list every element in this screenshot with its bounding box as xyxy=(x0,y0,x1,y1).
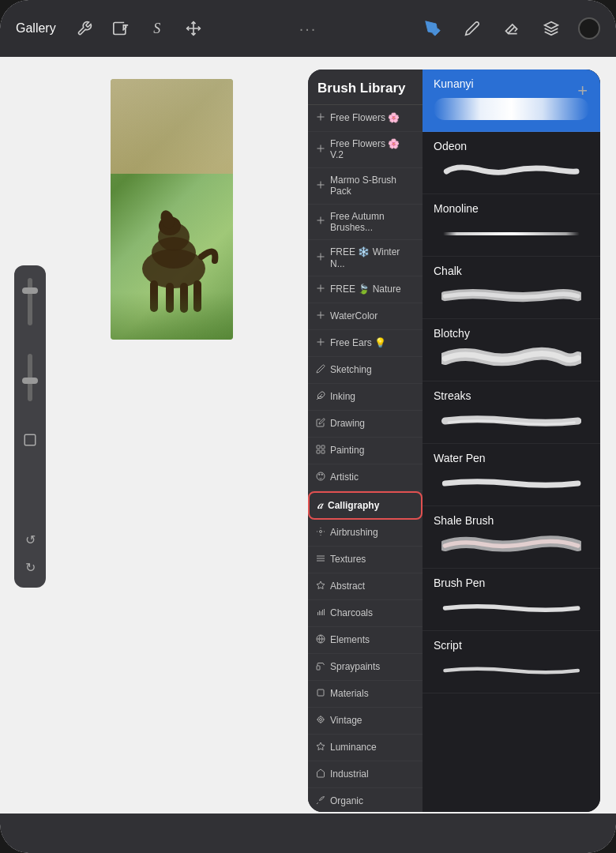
category-painting[interactable]: Painting xyxy=(308,438,423,464)
layers-icon[interactable] xyxy=(539,16,564,41)
category-abstract[interactable]: Abstract xyxy=(308,573,423,600)
category-label: Spraypaints xyxy=(330,661,380,672)
redo-icon[interactable]: ↻ xyxy=(22,557,39,578)
brush-item-shale-brush[interactable]: Shale Brush xyxy=(423,506,600,569)
category-calligraphy[interactable]: 𝒂 Calligraphy xyxy=(308,491,423,520)
eraser-icon[interactable] xyxy=(499,16,524,41)
brush-item-blotchy[interactable]: Blotchy xyxy=(423,319,600,381)
brush-item-streaks[interactable]: Streaks xyxy=(423,381,600,444)
category-free-winter[interactable]: FREE ❄️ Winter N... xyxy=(308,240,423,276)
brush-item-script[interactable]: Script xyxy=(423,631,600,693)
active-pen-icon[interactable] xyxy=(420,16,445,41)
category-label: Drawing xyxy=(330,418,365,429)
brush-item-kunanyi[interactable]: Kunanyi xyxy=(423,70,600,132)
category-label: Marmo S-Brush Pack xyxy=(330,175,415,197)
brush-stroke-preview xyxy=(434,220,589,248)
svg-rect-19 xyxy=(317,450,320,453)
brush-item-odeon[interactable]: Odeon xyxy=(423,132,600,194)
category-vintage[interactable]: Vintage xyxy=(308,708,423,735)
top-bar-center: ··· xyxy=(299,20,317,38)
category-label: Free Ears 💡 xyxy=(330,337,386,348)
brush-category-icon xyxy=(316,310,325,322)
svg-marker-28 xyxy=(317,581,325,589)
brush-library-panel: Brush Library Free Flowers 🌸 Free Flower… xyxy=(308,70,600,812)
bottom-bar xyxy=(0,814,616,853)
category-free-nature[interactable]: FREE 🍃 Nature xyxy=(308,276,423,303)
category-spraypaints[interactable]: Spraypaints xyxy=(308,654,423,681)
category-sketching[interactable]: Sketching xyxy=(308,357,423,384)
category-charcoals[interactable]: Charcoals xyxy=(308,600,423,627)
brush-detail-panel: + Kunanyi Odeon xyxy=(423,70,600,812)
brush-item-brush-pen[interactable]: Brush Pen xyxy=(423,569,600,631)
category-label: Calligraphy xyxy=(328,500,379,511)
more-options-icon[interactable]: ··· xyxy=(299,20,317,38)
left-sidebar: ↺ ↻ xyxy=(14,265,46,588)
category-inking[interactable]: Inking xyxy=(308,384,423,411)
category-marmo[interactable]: Marmo S-Brush Pack xyxy=(308,168,423,205)
transform-icon[interactable] xyxy=(181,16,206,41)
category-label: Luminance xyxy=(330,742,377,753)
brush-name: Streaks xyxy=(434,389,589,402)
color-picker[interactable] xyxy=(578,17,600,39)
brush-category-icon xyxy=(316,112,325,124)
size-slider[interactable] xyxy=(28,354,32,401)
category-textures[interactable]: Textures xyxy=(308,547,423,573)
category-luminance[interactable]: Luminance xyxy=(308,735,423,761)
category-industrial[interactable]: Industrial xyxy=(308,761,423,788)
brush-item-monoline[interactable]: Monoline xyxy=(423,194,600,257)
category-free-ears[interactable]: Free Ears 💡 xyxy=(308,330,423,357)
category-watercolor[interactable]: WaterColor xyxy=(308,303,423,330)
category-materials[interactable]: Materials xyxy=(308,681,423,708)
svg-point-39 xyxy=(320,719,322,721)
category-artistic[interactable]: Artistic xyxy=(308,464,423,491)
gallery-button[interactable]: Gallery xyxy=(16,21,56,36)
brush-name: Kunanyi xyxy=(434,77,589,90)
brush-stroke-preview xyxy=(434,594,589,622)
opacity-slider[interactable] xyxy=(28,278,32,325)
brush-name: Script xyxy=(434,639,589,652)
brush-name: Blotchy xyxy=(434,327,589,340)
svg-rect-17 xyxy=(317,445,320,449)
canvas-photo xyxy=(111,79,233,340)
svg-rect-20 xyxy=(321,450,325,453)
category-label: Sketching xyxy=(330,364,372,375)
category-free-autumn[interactable]: Free Autumn Brushes... xyxy=(308,205,423,241)
ipad-frame: Gallery S ··· xyxy=(0,0,616,853)
category-organic[interactable]: Organic xyxy=(308,788,423,812)
brush-item-water-pen[interactable]: Water Pen xyxy=(423,444,600,506)
pen-category-icon xyxy=(316,391,325,403)
brush-item-chalk[interactable]: Chalk xyxy=(423,257,600,319)
category-label: Inking xyxy=(330,391,355,402)
undo-icon[interactable]: ↺ xyxy=(22,529,39,551)
category-label: Materials xyxy=(330,688,369,699)
wrench-icon[interactable] xyxy=(72,16,97,41)
category-free-flowers-1[interactable]: Free Flowers 🌸 xyxy=(308,105,423,132)
category-free-flowers-2[interactable]: Free Flowers 🌸 V.2 xyxy=(308,132,423,168)
vintage-category-icon xyxy=(316,715,325,727)
category-elements[interactable]: Elements xyxy=(308,627,423,654)
paint-category-icon xyxy=(316,445,325,457)
brush-stroke-preview xyxy=(434,407,589,435)
brush-category-list: Brush Library Free Flowers 🌸 Free Flower… xyxy=(308,70,423,812)
material-category-icon xyxy=(316,688,325,700)
category-drawing[interactable]: Drawing xyxy=(308,411,423,438)
brush-stroke-preview xyxy=(434,656,589,685)
category-airbrushing[interactable]: Airbrushing xyxy=(308,520,423,547)
square-tool-icon[interactable] xyxy=(20,430,40,453)
texture-category-icon xyxy=(316,554,325,566)
brush-stroke-preview xyxy=(434,157,589,186)
category-label: Organic xyxy=(330,795,363,806)
organic-category-icon xyxy=(316,795,325,807)
airbrush-category-icon xyxy=(316,527,325,539)
brush-library-title: Brush Library xyxy=(308,70,423,105)
brush-name: Shale Brush xyxy=(434,514,589,527)
magic-wand-icon[interactable] xyxy=(108,16,133,41)
category-label: Free Autumn Brushes... xyxy=(330,211,415,234)
smudge-icon[interactable]: S xyxy=(145,16,170,41)
svg-point-38 xyxy=(318,717,324,723)
element-category-icon xyxy=(316,634,325,646)
category-label: Charcoals xyxy=(330,607,373,618)
svg-marker-4 xyxy=(545,22,558,28)
pencil-icon[interactable] xyxy=(460,16,485,41)
category-label: Abstract xyxy=(330,581,365,592)
